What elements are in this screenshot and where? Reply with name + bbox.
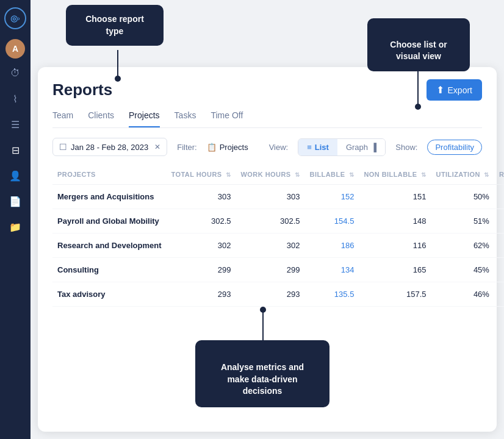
show-label: Show: (395, 143, 417, 152)
table-row: Research and Development 302 302 186 116… (52, 234, 504, 258)
cell-revenues: 10171 (494, 185, 504, 209)
tooltip-analyse-metrics: Analyse metrics and make data-driven dec… (195, 340, 329, 407)
date-range-filter[interactable]: ☐ Jan 28 - Feb 28, 2023 ✕ (52, 138, 167, 156)
cell-utilization: 45% (431, 258, 494, 282)
col-header-non-billable: NON BILLABLE ⇅ (359, 167, 431, 185)
tooltip1-dot (115, 76, 121, 82)
cell-total-hours: 299 (167, 258, 236, 282)
tab-projects[interactable]: Projects (129, 110, 160, 127)
cell-work-hours: 303 (236, 185, 305, 209)
tab-timeoff[interactable]: Time Off (211, 110, 243, 127)
folder-icon[interactable]: 📁 (4, 216, 26, 238)
chevron-right-icon: › (18, 15, 20, 22)
cell-non-billable: 165 (359, 258, 431, 282)
view-label: View: (269, 143, 289, 152)
col-header-revenues: REVENUES ⇅ (494, 167, 504, 185)
sort-icon[interactable]: ⇅ (484, 171, 489, 178)
calendar-icon: ☐ (59, 142, 67, 152)
graph-view-button[interactable]: Graph ▐ (337, 139, 385, 155)
cell-revenues: 9467 (494, 209, 504, 234)
clear-date-icon[interactable]: ✕ (154, 143, 160, 151)
users-icon[interactable]: 👤 (4, 165, 26, 187)
cell-total-hours: 302 (167, 234, 236, 258)
cell-project: Mergers and Acquisitions (52, 185, 167, 209)
logo-symbol: ◎ (10, 13, 18, 23)
table-row: Consulting 299 299 134 165 45% 8832.5 52… (52, 258, 504, 282)
filter-label: Filter: (177, 143, 197, 152)
cell-non-billable: 151 (359, 185, 431, 209)
list-icon[interactable]: ☰ (4, 113, 26, 135)
tooltip3-dot (260, 307, 266, 313)
cell-utilization: 46% (431, 282, 494, 307)
cell-total-hours: 302.5 (167, 209, 236, 234)
cell-utilization: 51% (431, 209, 494, 234)
list-view-button[interactable]: ≡ List (298, 139, 337, 155)
cell-project: Consulting (52, 258, 167, 282)
sidebar: ◎ › A ⏱ ⌇ ☰ ⊟ 👤 📄 📁 (0, 0, 31, 439)
filter-tag[interactable]: 📋 Projects (207, 143, 248, 152)
export-icon: ⬆ (436, 84, 444, 96)
doc-icon: 📋 (207, 143, 217, 152)
tab-clients[interactable]: Clients (88, 110, 114, 127)
cell-work-hours: 299 (236, 258, 305, 282)
avatar[interactable]: A (5, 39, 25, 59)
data-table: PROJECTS TOTAL HOURS ⇅ WORK HOURS ⇅ BILL… (52, 167, 504, 307)
tooltip-choose-report-type: Choose report type (66, 5, 164, 46)
graph-icon: ▐ (371, 143, 376, 152)
sort-icon[interactable]: ⇅ (226, 171, 231, 178)
analytics-icon[interactable]: ⌇ (4, 88, 26, 110)
cell-non-billable: 148 (359, 209, 431, 234)
sort-icon[interactable]: ⇅ (349, 171, 354, 178)
cell-utilization: 62% (431, 234, 494, 258)
view-toggle: ≡ List Graph ▐ (298, 138, 386, 156)
cell-revenues: 12228 (494, 234, 504, 258)
cell-project: Tax advisory (52, 282, 167, 307)
table-row: Tax advisory 293 293 135.5 157.5 46% 935… (52, 282, 504, 307)
cell-work-hours: 302 (236, 234, 305, 258)
col-header-projects: PROJECTS (52, 167, 167, 185)
show-tag[interactable]: Profitability (427, 140, 482, 155)
col-header-total-hours: TOTAL HOURS ⇅ (167, 167, 236, 185)
cell-billable: 135.5 (305, 282, 359, 307)
cell-work-hours: 302.5 (236, 209, 305, 234)
cell-revenues: 9358 (494, 282, 504, 307)
filters-row: ☐ Jan 28 - Feb 28, 2023 ✕ Filter: 📋 Proj… (52, 138, 482, 156)
tooltip-choose-view: Choose list or visual view (367, 18, 470, 71)
list-view-icon: ≡ (307, 143, 312, 152)
cell-utilization: 50% (431, 185, 494, 209)
table-row: Mergers and Acquisitions 303 303 152 151… (52, 185, 504, 209)
cell-non-billable: 157.5 (359, 282, 431, 307)
col-header-work-hours: WORK HOURS ⇅ (236, 167, 305, 185)
sort-icon[interactable]: ⇅ (295, 171, 300, 178)
table-row: Payroll and Global Mobility 302.5 302.5 … (52, 209, 504, 234)
cell-billable: 154.5 (305, 209, 359, 234)
col-header-billable: BILLABLE ⇅ (305, 167, 359, 185)
grid-icon[interactable]: ⊟ (4, 139, 26, 161)
cell-project: Research and Development (52, 234, 167, 258)
cell-billable: 152 (305, 185, 359, 209)
cell-total-hours: 303 (167, 185, 236, 209)
tabs-row: Team Clients Projects Tasks Time Off (52, 110, 482, 128)
cell-billable: 186 (305, 234, 359, 258)
cell-billable: 134 (305, 258, 359, 282)
timer-icon[interactable]: ⏱ (4, 62, 26, 84)
file-icon[interactable]: 📄 (4, 190, 26, 212)
tab-team[interactable]: Team (52, 110, 73, 127)
col-header-utilization: UTILIZATION ⇅ (431, 167, 494, 185)
cell-work-hours: 293 (236, 282, 305, 307)
table-header-row: PROJECTS TOTAL HOURS ⇅ WORK HOURS ⇅ BILL… (52, 167, 504, 185)
cell-project: Payroll and Global Mobility (52, 209, 167, 234)
cell-non-billable: 116 (359, 234, 431, 258)
tab-tasks[interactable]: Tasks (175, 110, 196, 127)
cell-revenues: 8832.5 (494, 258, 504, 282)
export-button[interactable]: ⬆ Export (427, 79, 482, 101)
sidebar-logo[interactable]: ◎ › (4, 7, 26, 29)
page-title: Reports (52, 80, 112, 99)
tooltip2-line (417, 68, 419, 105)
tooltip2-dot (415, 104, 421, 110)
sort-icon[interactable]: ⇅ (421, 171, 426, 178)
cell-total-hours: 293 (167, 282, 236, 307)
tooltip1-line (117, 50, 118, 77)
